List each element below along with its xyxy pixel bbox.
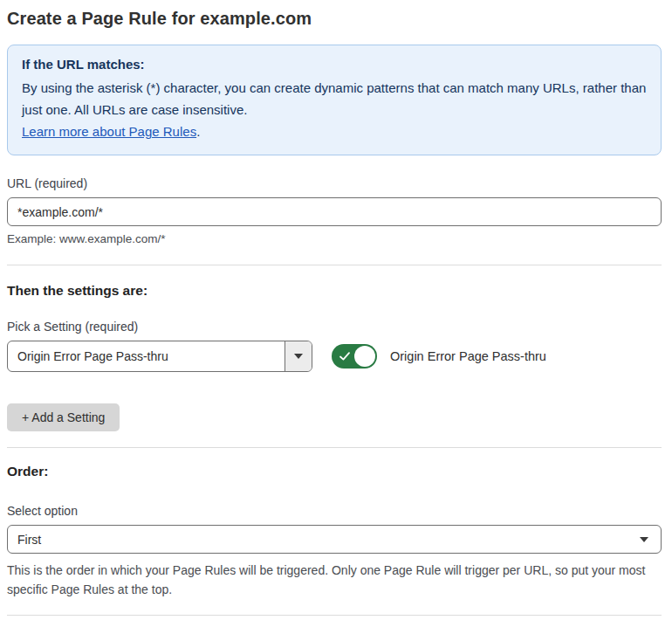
order-select[interactable]: First xyxy=(7,525,662,554)
toggle-knob xyxy=(354,346,375,367)
learn-more-link[interactable]: Learn more about Page Rules xyxy=(22,124,196,139)
setting-dropdown-arrow-button[interactable] xyxy=(285,341,312,371)
setting-toggle-label: Origin Error Page Pass-thru xyxy=(390,349,546,363)
setting-dropdown[interactable]: Origin Error Page Pass-thru xyxy=(7,341,312,372)
info-link-suffix: . xyxy=(196,124,200,139)
order-helper-text: This is the order in which your Page Rul… xyxy=(7,561,653,599)
order-select-label: Select option xyxy=(7,504,662,518)
add-setting-button[interactable]: + Add a Setting xyxy=(7,403,120,431)
settings-section-heading: Then the settings are: xyxy=(7,283,662,299)
divider xyxy=(7,447,662,448)
chevron-down-icon xyxy=(640,537,648,542)
chevron-down-icon xyxy=(294,354,303,359)
info-link-row: Learn more about Page Rules. xyxy=(22,121,647,142)
url-field-label: URL (required) xyxy=(7,176,662,190)
info-box-body: By using the asterisk (*) character, you… xyxy=(22,77,647,121)
check-icon xyxy=(339,350,351,362)
url-match-info-box: If the URL matches: By using the asteris… xyxy=(7,45,662,155)
url-input[interactable] xyxy=(7,197,662,226)
url-example-helper: Example: www.example.com/* xyxy=(7,232,662,245)
info-box-heading: If the URL matches: xyxy=(22,57,647,72)
page-rule-form: Create a Page Rule for example.com If th… xyxy=(0,0,672,620)
divider xyxy=(7,265,662,265)
order-select-value: First xyxy=(17,533,41,547)
divider xyxy=(7,615,662,616)
page-title: Create a Page Rule for example.com xyxy=(7,9,662,29)
order-section-heading: Order: xyxy=(7,464,662,479)
pick-setting-label: Pick a Setting (required) xyxy=(7,320,662,334)
setting-dropdown-value: Origin Error Page Pass-thru xyxy=(8,341,285,371)
setting-toggle[interactable] xyxy=(332,344,377,369)
setting-row: Origin Error Page Pass-thru Origin Error… xyxy=(7,341,662,372)
